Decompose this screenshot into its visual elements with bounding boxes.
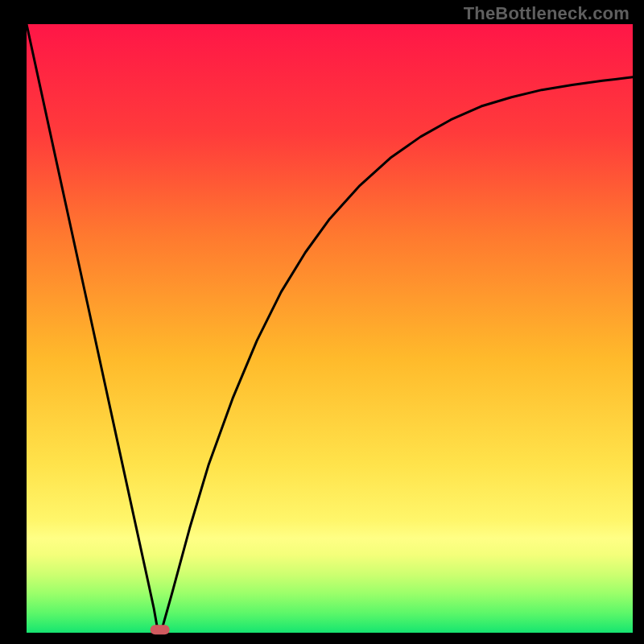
chart-frame: TheBottleneck.com xyxy=(0,0,644,644)
plot-background xyxy=(27,24,633,633)
bottleneck-chart xyxy=(0,0,644,644)
optimal-marker xyxy=(151,625,170,634)
watermark-text: TheBottleneck.com xyxy=(464,3,630,24)
